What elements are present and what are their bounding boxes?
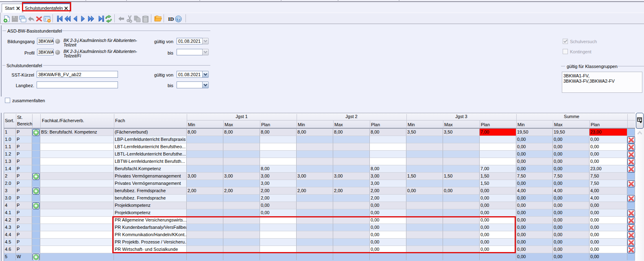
- svg-text:?: ?: [177, 17, 180, 22]
